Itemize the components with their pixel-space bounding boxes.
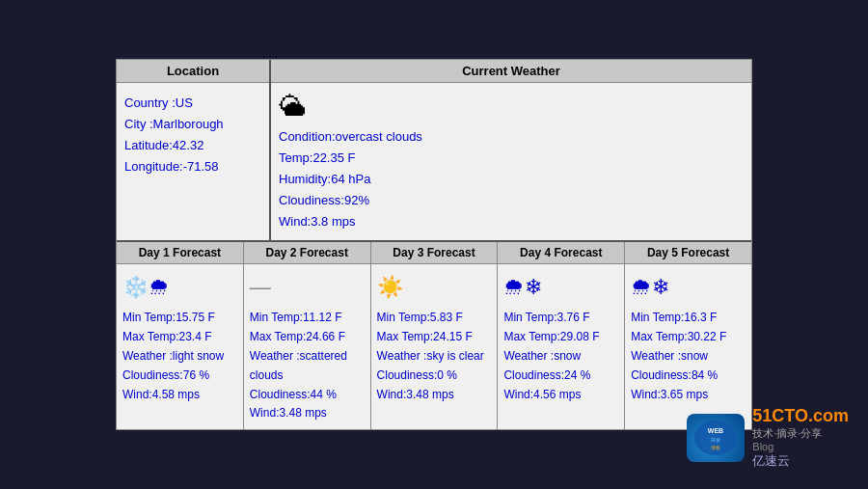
forecast-wind-4: Wind:4.56 mps xyxy=(503,386,618,405)
forecast-weather-4: Weather :snow xyxy=(503,347,618,367)
watermark-yiyun: 亿速云 xyxy=(752,452,849,470)
current-condition: Condition:overcast clouds xyxy=(279,126,744,148)
svg-text:WEB: WEB xyxy=(708,427,723,434)
forecast-section: Day 1 Forecast❄️🌨Min Temp:15.75 FMax Tem… xyxy=(117,242,751,429)
forecast-col-3: Day 3 Forecast☀️Min Temp:5.83 FMax Temp:… xyxy=(371,242,499,429)
latitude-text: Latitude:42.32 xyxy=(124,135,261,156)
longitude-text: Longitude:-71.58 xyxy=(124,156,261,177)
watermark-text: 51CTO.com 技术·摘录·分享 Blog 亿速云 xyxy=(752,406,849,470)
site-name: 51CTO.com xyxy=(752,406,849,426)
forecast-header-4: Day 4 Forecast xyxy=(498,242,624,264)
watermark-sub: 技术·摘录·分享 xyxy=(752,426,849,441)
forecast-col-2: Day 2 Forecast— Min Temp:11.12 FMax Temp… xyxy=(244,242,371,429)
forecast-wind-2: Wind:3.48 mps xyxy=(250,404,365,423)
forecast-weather-1: Weather :light snow xyxy=(122,347,237,367)
forecast-min-4: Min Temp:3.76 F xyxy=(503,309,618,328)
forecast-wind-1: Wind:4.58 mps xyxy=(122,386,237,405)
forecast-icon-4: 🌨❄ xyxy=(503,270,618,305)
forecast-min-3: Min Temp:5.83 F xyxy=(377,309,492,328)
forecast-icon-5: 🌨❄ xyxy=(631,270,746,305)
forecast-min-5: Min Temp:16.3 F xyxy=(631,309,746,328)
watermark-blog: Blog xyxy=(752,441,849,452)
current-weather-header: Current Weather xyxy=(271,60,751,83)
forecast-wind-3: Wind:3.48 mps xyxy=(377,386,492,405)
current-wind: Wind:3.8 mps xyxy=(279,211,744,232)
forecast-body-5: 🌨❄Min Temp:16.3 FMax Temp:30.22 FWeather… xyxy=(625,264,751,410)
forecast-weather-2: Weather :scattered clouds xyxy=(250,347,365,386)
forecast-body-3: ☀️Min Temp:5.83 FMax Temp:24.15 FWeather… xyxy=(371,264,498,410)
forecast-header-1: Day 1 Forecast xyxy=(117,242,243,264)
forecast-cloud-1: Cloudiness:76 % xyxy=(122,367,237,386)
forecast-icon-1: ❄️🌨 xyxy=(122,270,237,305)
forecast-header-3: Day 3 Forecast xyxy=(371,242,498,264)
forecast-max-2: Max Temp:24.66 F xyxy=(250,328,365,347)
forecast-max-4: Max Temp:29.08 F xyxy=(503,328,618,347)
location-column: Location Country :US City :Marlborough L… xyxy=(117,60,271,240)
current-weather-text: Condition:overcast clouds Temp:22.35 F H… xyxy=(279,126,744,232)
forecast-wind-5: Wind:3.65 mps xyxy=(631,386,746,405)
svg-text:开发: 开发 xyxy=(711,437,720,443)
forecast-header-5: Day 5 Forecast xyxy=(625,242,751,264)
forecast-cloud-3: Cloudiness:0 % xyxy=(377,367,492,386)
forecast-body-4: 🌨❄Min Temp:3.76 FMax Temp:29.08 FWeather… xyxy=(498,264,624,410)
location-body: Country :US City :Marlborough Latitude:4… xyxy=(117,83,269,187)
forecast-header-2: Day 2 Forecast xyxy=(244,242,370,264)
forecast-min-2: Min Temp:11.12 F xyxy=(250,309,365,328)
current-weather-body: 🌥 Condition:overcast clouds Temp:22.35 F… xyxy=(271,83,751,240)
forecast-cloud-2: Cloudiness:44 % xyxy=(250,386,365,405)
current-cloudiness: Cloudiness:92% xyxy=(279,190,744,211)
forecast-weather-3: Weather :sky is clear xyxy=(377,347,492,367)
forecast-max-1: Max Temp:23.4 F xyxy=(122,328,237,347)
forecast-weather-5: Weather :snow xyxy=(631,347,746,367)
forecast-cloud-5: Cloudiness:84 % xyxy=(631,367,746,386)
watermark-logo: WEB 开发 博客 xyxy=(687,414,745,462)
forecast-col-5: Day 5 Forecast🌨❄Min Temp:16.3 FMax Temp:… xyxy=(625,242,751,429)
current-temp: Temp:22.35 F xyxy=(279,148,744,169)
top-section: Location Country :US City :Marlborough L… xyxy=(117,60,751,242)
svg-text:博客: 博客 xyxy=(711,445,720,450)
forecast-body-2: — Min Temp:11.12 FMax Temp:24.66 FWeathe… xyxy=(244,264,370,429)
current-weather-icon: 🌥 xyxy=(279,91,744,122)
weather-app: Location Country :US City :Marlborough L… xyxy=(116,59,752,431)
forecast-body-1: ❄️🌨Min Temp:15.75 FMax Temp:23.4 FWeathe… xyxy=(117,264,243,410)
watermark: WEB 开发 博客 51CTO.com 技术·摘录·分享 Blog 亿速云 xyxy=(687,406,849,470)
forecast-icon-2: — xyxy=(250,270,365,305)
forecast-col-4: Day 4 Forecast🌨❄Min Temp:3.76 FMax Temp:… xyxy=(498,242,625,429)
forecast-cloud-4: Cloudiness:24 % xyxy=(503,367,618,386)
forecast-max-3: Max Temp:24.15 F xyxy=(377,328,492,347)
forecast-icon-3: ☀️ xyxy=(377,270,492,305)
country-text: Country :US xyxy=(124,93,261,114)
city-text: City :Marlborough xyxy=(124,114,261,135)
forecast-col-1: Day 1 Forecast❄️🌨Min Temp:15.75 FMax Tem… xyxy=(117,242,244,429)
current-weather-column: Current Weather 🌥 Condition:overcast clo… xyxy=(271,60,751,240)
forecast-max-5: Max Temp:30.22 F xyxy=(631,328,746,347)
location-header: Location xyxy=(117,60,269,83)
forecast-min-1: Min Temp:15.75 F xyxy=(122,309,237,328)
current-humidity: Humidity:64 hPa xyxy=(279,169,744,190)
